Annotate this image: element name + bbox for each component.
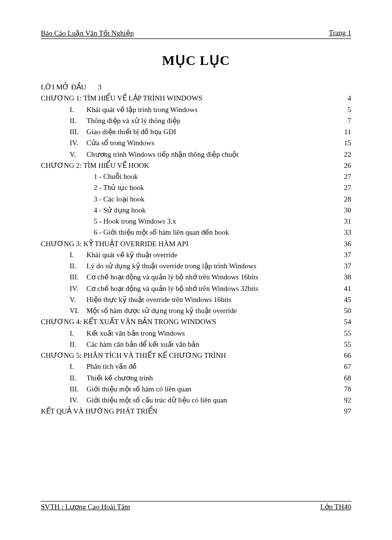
header-right: Trang 1 [329,29,351,38]
toc-row-left: CHƯƠNG 3: KỸ THUẬT OVERRIDE HÀM API [41,239,337,250]
toc-page-number: 68 [337,373,351,384]
toc-page-number: 38 [337,272,351,283]
toc-page-number: 4 [337,93,351,104]
toc-item-text: 5 - Hook trong Windows 3.x [94,216,176,227]
toc-row: 4 - Sử dụng hook30 [41,205,351,216]
toc-row: III.Giới thiệu một số hàm có liên quan78 [41,384,351,395]
toc-row-left: CHƯƠNG 2: TÌM HIỂU VỀ HOOK [41,160,337,171]
toc-row-left: I.Kết xuất văn bản trong Windows [41,328,185,339]
toc-chapter-title: CHƯƠNG 1: TÌM HIỂU VỀ LẬP TRÌNH WINDOWS [41,93,202,104]
toc-page-number: 27 [337,182,351,193]
toc-row-left: CHƯƠNG 4: KẾT XUẤT VĂN BẢN TRONG WINDOWS [41,316,337,327]
toc-row: VI.Một số hàm được sử dụng trong kỹ thuậ… [41,305,351,316]
toc-page-number: 37 [337,261,351,272]
toc-page-number: 26 [337,160,351,171]
toc-item-text: Thông điệp và xử lý thông điệp [86,115,181,126]
toc-intro-page: 3 [98,82,102,93]
toc-page-number: 54 [337,316,351,327]
document-title: MỤC LỤC [41,52,351,68]
toc-page-number: 11 [337,126,351,138]
toc-row: I.Khái quát về lập trình trong Windows5 [41,104,351,115]
toc-row: IV.Cửa sổ trong Windows15 [41,138,351,149]
toc-row-left: KẾT QUẢ VÀ HƯỚNG PHÁT TRIỂN [41,406,337,417]
toc-row-left: 2 - Thủ tục hook [41,182,144,193]
toc-page-number: 33 [337,227,351,238]
toc-item-text: Giao diện thiết bị đồ họa GDI [86,126,176,138]
toc-chapter-title: CHƯƠNG 3: KỸ THUẬT OVERRIDE HÀM API [41,239,188,250]
toc-row: II.Thiết kế chương trình68 [41,373,351,384]
toc-row-left: CHƯƠNG 1: TÌM HIỂU VỀ LẬP TRÌNH WINDOWS [41,93,337,104]
toc-item-number: V. [70,149,86,160]
toc-item-number: I. [70,328,86,339]
toc-row: 6 - Giới thiệu một số hàm liên quan đến … [41,227,351,238]
toc-page-number: 97 [337,406,351,417]
toc-page-number: 28 [337,194,351,205]
toc-row-left: 4 - Sử dụng hook [41,205,146,216]
toc-page-number: 36 [337,239,351,250]
toc-row: KẾT QUẢ VÀ HƯỚNG PHÁT TRIỂN97 [41,406,351,417]
toc-item-text: Chương trình Windows tiếp nhận thông điệ… [86,149,238,160]
toc-row-left: IV.Cửa sổ trong Windows [41,138,154,149]
toc-item-number: III. [70,384,86,395]
toc-page-number: 5 [337,104,351,115]
toc-closing-title: KẾT QUẢ VÀ HƯỚNG PHÁT TRIỂN [41,406,158,417]
toc-row: V.Chương trình Windows tiếp nhận thông đ… [41,149,351,160]
toc-item-number: II. [70,339,86,350]
toc-intro-label: LỜI MỞ ĐẦU [41,82,86,93]
toc-row: CHƯƠNG 1: TÌM HIỂU VỀ LẬP TRÌNH WINDOWS4 [41,93,351,104]
toc-item-text: 3 - Các loại hook [94,194,145,205]
toc-row: II.Các hàm căn bản để kết xuất văn bản55 [41,339,351,350]
toc-row-left: III.Cơ chế hoạt động và quản lý bộ nhớ t… [41,272,258,283]
toc-item-text: Khái quát về kỹ thuật override [86,250,177,261]
toc-item-number: III. [70,126,86,138]
toc-page-number: 78 [337,384,351,395]
toc-row: I.Khái quát về kỹ thuật override37 [41,250,351,261]
toc-row-left: III.Giao diện thiết bị đồ họa GDI [41,126,176,138]
toc-page-number: 22 [337,149,351,160]
toc-item-number: VI. [70,305,86,316]
toc-row: 5 - Hook trong Windows 3.x31 [41,216,351,227]
toc-page-number: 66 [337,350,351,361]
toc-item-text: 1 - Chuỗi hook [94,171,138,182]
toc-item-text: Khái quát về lập trình trong Windows [86,104,197,115]
toc-row-left: III.Giới thiệu một số hàm có liên quan [41,384,191,395]
toc-intro-row: LỜI MỞ ĐẦU 3 [41,82,351,93]
toc-row: I.Phân tích vấn đề67 [41,361,351,372]
toc-row-left: 1 - Chuỗi hook [41,171,138,182]
toc-row: 1 - Chuỗi hook27 [41,171,351,182]
page-header: Báo Cáo Luận Văn Tốt Nghiệp Trang 1 [41,29,351,39]
toc-row-left: I.Khái quát về lập trình trong Windows [41,104,197,115]
toc-row-left: 6 - Giới thiệu một số hàm liên quan đến … [41,227,229,238]
toc-item-number: I. [70,104,86,115]
toc-row-left: IV.Giới thiệu một số cấu trúc dữ liệu có… [41,395,227,406]
toc-item-text: Giới thiệu một số cấu trúc dữ liệu có li… [86,395,227,406]
toc-row: CHƯƠNG 4: KẾT XUẤT VĂN BẢN TRONG WINDOWS… [41,316,351,327]
toc-row: III.Cơ chế hoạt động và quản lý bộ nhớ t… [41,272,351,283]
toc-page-number: 30 [337,205,351,216]
toc-page-number: 55 [337,328,351,339]
toc-row: I.Kết xuất văn bản trong Windows55 [41,328,351,339]
toc-item-number: IV. [70,395,86,406]
toc-row: CHƯƠNG 5: PHÂN TÍCH VÀ THIẾT KẾ CHƯƠNG T… [41,350,351,361]
toc-row-left: VI.Một số hàm được sử dụng trong kỹ thuậ… [41,305,237,316]
toc-item-number: II. [70,261,86,272]
toc-page-number: 41 [337,283,351,294]
toc-row-left: II.Lý do sử dụng kỹ thuật override trong… [41,261,257,272]
toc-item-text: Kết xuất văn bản trong Windows [86,328,185,339]
toc-page-number: 67 [337,361,351,372]
toc-page-number: 55 [337,339,351,350]
toc-item-number: III. [70,272,86,283]
toc-row-left: V.Hiện thực kỹ thuật override trên Windo… [41,294,232,305]
toc-row: II.Thông điệp và xử lý thông điệp7 [41,115,351,126]
toc-page-number: 45 [337,294,351,305]
toc-row: CHƯƠNG 2: TÌM HIỂU VỀ HOOK26 [41,160,351,171]
toc-row: V.Hiện thực kỹ thuật override trên Windo… [41,294,351,305]
header-left: Báo Cáo Luận Văn Tốt Nghiệp [41,29,134,38]
toc-row-left: 5 - Hook trong Windows 3.x [41,216,176,227]
toc-row: 2 - Thủ tục hook27 [41,182,351,193]
toc-item-text: Giới thiệu một số hàm có liên quan [86,384,191,395]
toc-chapter-title: CHƯƠNG 4: KẾT XUẤT VĂN BẢN TRONG WINDOWS [41,316,216,327]
toc-item-text: Một số hàm được sử dụng trong kỹ thuật o… [86,305,237,316]
toc-item-number: II. [70,115,86,126]
toc-row-left: I.Phân tích vấn đề [41,361,136,372]
